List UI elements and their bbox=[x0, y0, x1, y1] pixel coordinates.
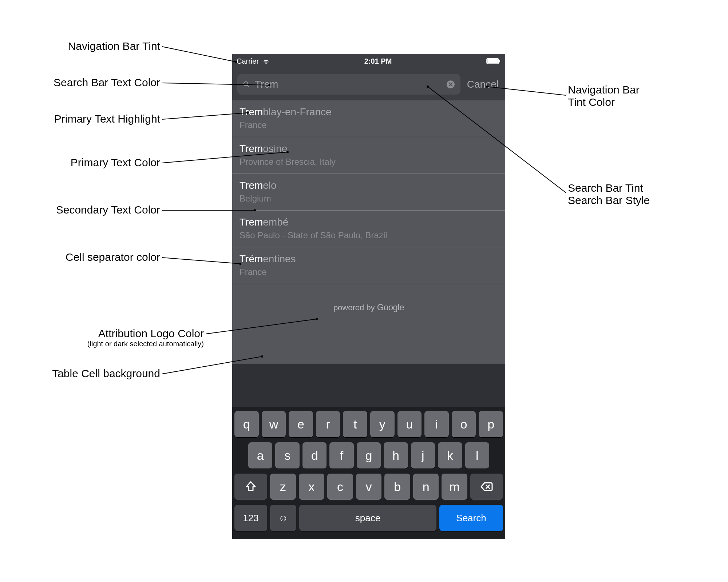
search-icon bbox=[242, 80, 250, 88]
table-row[interactable]: Tremelo Belgium bbox=[232, 174, 505, 211]
key-backspace[interactable] bbox=[470, 474, 503, 500]
anno-attribution: Attribution Logo Color (light or dark se… bbox=[22, 327, 204, 348]
anno-separator: Cell separator color bbox=[22, 251, 160, 263]
result-secondary: France bbox=[240, 267, 498, 277]
wifi-icon bbox=[262, 57, 270, 65]
key-space[interactable]: space bbox=[299, 505, 436, 531]
key-t[interactable]: t bbox=[343, 411, 367, 437]
key-g[interactable]: g bbox=[357, 442, 381, 469]
table-row[interactable]: Tremosine Province of Brescia, Italy bbox=[232, 137, 505, 174]
key-a[interactable]: a bbox=[248, 442, 272, 469]
clock: 2:01 PM bbox=[364, 57, 392, 65]
key-search[interactable]: Search bbox=[439, 505, 503, 531]
result-secondary: Belgium bbox=[240, 194, 498, 204]
key-j[interactable]: j bbox=[411, 442, 435, 469]
key-k[interactable]: k bbox=[438, 442, 462, 469]
key-emoji[interactable]: ☺ bbox=[270, 505, 296, 531]
key-x[interactable]: x bbox=[299, 474, 325, 500]
results-table: Tremblay-en-France France Tremosine Prov… bbox=[232, 100, 505, 284]
svg-line-6 bbox=[162, 47, 236, 62]
battery-icon bbox=[486, 58, 501, 64]
anno-search-text-color: Search Bar Text Color bbox=[22, 76, 160, 89]
result-secondary: France bbox=[240, 120, 498, 130]
key-r[interactable]: r bbox=[316, 411, 340, 437]
result-primary: Tremosine bbox=[240, 143, 498, 155]
key-m[interactable]: m bbox=[442, 474, 467, 500]
result-primary: Trémentines bbox=[240, 253, 498, 265]
carrier-label: Carrier bbox=[237, 57, 259, 65]
anno-primary-color: Primary Text Color bbox=[22, 156, 160, 169]
result-primary: Tremembé bbox=[240, 216, 498, 228]
key-i[interactable]: i bbox=[424, 411, 449, 437]
key-u[interactable]: u bbox=[397, 411, 422, 437]
shift-icon bbox=[244, 480, 257, 493]
result-secondary: Province of Brescia, Italy bbox=[240, 157, 498, 167]
navigation-bar: Cancel bbox=[232, 68, 505, 100]
anno-primary-highlight: Primary Text Highlight bbox=[22, 113, 160, 125]
result-primary: Tremblay-en-France bbox=[240, 106, 498, 118]
google-logo: Google bbox=[377, 302, 404, 312]
search-bar[interactable] bbox=[237, 74, 460, 95]
key-o[interactable]: o bbox=[452, 411, 476, 437]
svg-line-11 bbox=[162, 258, 240, 264]
table-row[interactable]: Tremblay-en-France France bbox=[232, 100, 505, 137]
anno-nav-bar-tint: Navigation Bar Tint bbox=[22, 40, 160, 52]
svg-rect-2 bbox=[499, 60, 500, 62]
emoji-icon: ☺ bbox=[278, 513, 288, 524]
key-p[interactable]: p bbox=[479, 411, 503, 437]
table-row[interactable]: Trémentines France bbox=[232, 247, 505, 284]
key-h[interactable]: h bbox=[384, 442, 408, 469]
phone-mock: Carrier 2:01 PM Cancel Tremblay-en-Franc… bbox=[232, 54, 505, 539]
key-s[interactable]: s bbox=[275, 442, 299, 469]
cancel-button[interactable]: Cancel bbox=[466, 79, 500, 90]
key-z[interactable]: z bbox=[270, 474, 296, 500]
key-y[interactable]: y bbox=[370, 411, 395, 437]
clear-icon[interactable] bbox=[446, 80, 455, 89]
result-secondary: São Paulo - State of São Paulo, Brazil bbox=[240, 230, 498, 240]
table-background: powered by Google bbox=[232, 284, 505, 364]
status-bar: Carrier 2:01 PM bbox=[232, 54, 505, 68]
search-input[interactable] bbox=[255, 79, 442, 90]
key-e[interactable]: e bbox=[289, 411, 313, 437]
anno-search-tint-style: Search Bar Tint Search Bar Style bbox=[568, 182, 706, 207]
key-v[interactable]: v bbox=[356, 474, 382, 500]
table-row[interactable]: Tremembé São Paulo - State of São Paulo,… bbox=[232, 211, 505, 247]
key-123[interactable]: 123 bbox=[234, 505, 267, 531]
attribution-label: powered by Google bbox=[232, 302, 505, 312]
svg-line-4 bbox=[248, 85, 249, 87]
key-w[interactable]: w bbox=[262, 411, 286, 437]
key-d[interactable]: d bbox=[302, 442, 327, 469]
anno-nav-tint-color: Navigation Bar Tint Color bbox=[568, 84, 706, 108]
keyboard: q w e r t y u i o p a s d f g h j k l z bbox=[232, 407, 505, 539]
backspace-icon bbox=[480, 480, 493, 493]
key-q[interactable]: q bbox=[234, 411, 259, 437]
svg-point-3 bbox=[244, 82, 248, 86]
status-left: Carrier bbox=[237, 57, 270, 65]
result-primary: Tremelo bbox=[240, 180, 498, 191]
anno-table-bg: Table Cell background bbox=[22, 367, 160, 380]
key-n[interactable]: n bbox=[413, 474, 439, 500]
key-c[interactable]: c bbox=[327, 474, 353, 500]
anno-secondary-color: Secondary Text Color bbox=[22, 204, 160, 216]
key-b[interactable]: b bbox=[384, 474, 410, 500]
key-f[interactable]: f bbox=[329, 442, 353, 469]
svg-rect-1 bbox=[487, 59, 498, 63]
key-shift[interactable] bbox=[234, 474, 267, 500]
key-l[interactable]: l bbox=[465, 442, 489, 469]
